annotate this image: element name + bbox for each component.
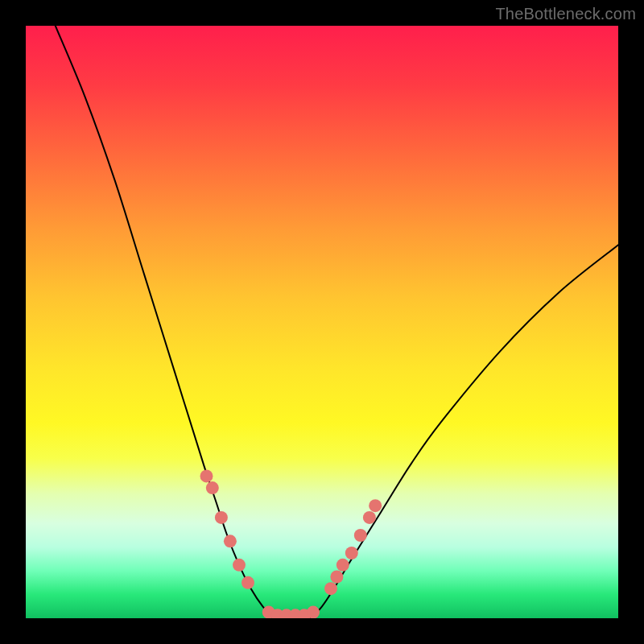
marker-dot — [242, 576, 254, 589]
marker-dot — [369, 499, 382, 512]
marker-dot — [354, 529, 367, 542]
marker-dot — [324, 582, 337, 595]
chart-frame: TheBottleneck.com — [0, 0, 644, 644]
marker-dot — [336, 559, 349, 572]
marker-group — [200, 469, 382, 618]
marker-dot — [224, 535, 237, 547]
bottleneck-curve-path — [56, 26, 618, 618]
marker-dot — [200, 469, 213, 482]
marker-dot — [307, 606, 320, 618]
watermark-text: TheBottleneck.com — [495, 5, 636, 23]
marker-dot — [233, 559, 246, 572]
plot-area — [26, 26, 618, 618]
marker-dot — [215, 511, 228, 524]
marker-dot — [330, 571, 343, 584]
chart-svg — [26, 26, 618, 618]
marker-dot — [206, 481, 219, 494]
marker-dot — [363, 511, 376, 524]
marker-dot — [345, 547, 358, 559]
